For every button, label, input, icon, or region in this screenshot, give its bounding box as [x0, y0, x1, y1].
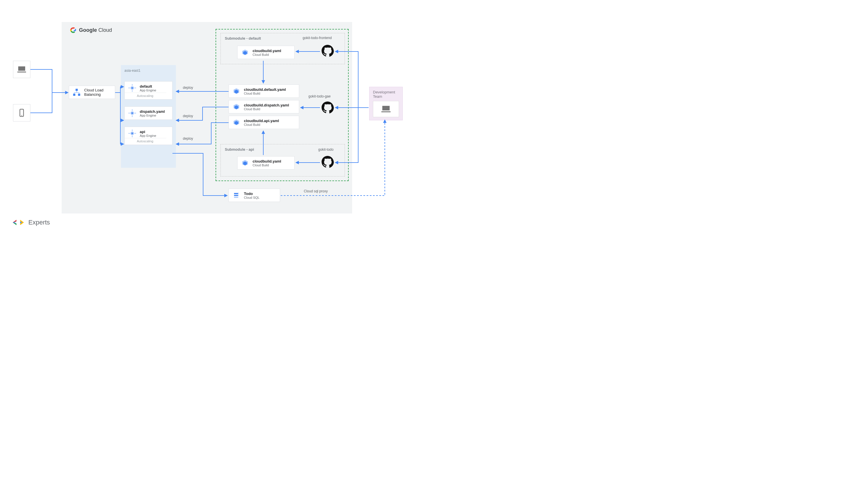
build-dispatch-title: cloudbuild.dispatch.yaml — [244, 103, 289, 107]
github-frontend-icon — [321, 44, 334, 58]
sub-default-build: cloudbuild.yaml Cloud Build — [237, 46, 294, 59]
service-api: api App Engine Autoscaling — [124, 127, 173, 145]
svc-default-sub: App Engine — [140, 89, 169, 92]
sub-default-build-title: cloudbuild.yaml — [253, 48, 281, 53]
cloud-sql-icon — [232, 192, 240, 199]
edge-deploy-1: deploy — [183, 86, 193, 90]
cloud-sql: Todo Cloud SQL — [228, 189, 280, 202]
load-balancer-icon — [72, 88, 81, 97]
devteam-sub: Team — [373, 94, 399, 99]
experts-icon — [13, 219, 26, 226]
github-backend-icon — [321, 156, 334, 169]
laptop-icon — [380, 103, 392, 115]
sub-api-build-sub: Cloud Build — [253, 163, 281, 167]
edge-deploy-2: deploy — [183, 114, 193, 118]
app-engine-icon — [128, 109, 136, 117]
region-asia-east1: asia-east1 default App Engine Autoscalin… — [121, 65, 176, 168]
service-dispatch: dispatch.yaml App Engine — [124, 106, 173, 120]
edge-sqlproxy: Cloud sql proxy — [304, 189, 328, 193]
lb-title: Cloud Load — [84, 88, 103, 92]
cloud-build-icon — [232, 119, 240, 126]
cloud-load-balancer: Cloud Load Balancing — [69, 86, 115, 99]
lb-sub: Balancing — [84, 92, 103, 97]
build-default-title: cloudbuild.default.yaml — [244, 87, 286, 92]
repo-frontend-label: gokit-todo-frontend — [303, 36, 332, 40]
app-engine-icon — [128, 129, 136, 137]
cloudsql-title: Todo — [244, 192, 259, 196]
svc-api-title: api — [140, 130, 169, 134]
svc-default-autoscale: Autoscaling — [125, 93, 166, 97]
cloud-build-icon — [232, 103, 240, 110]
cloud-build-icon — [241, 48, 249, 56]
svc-api-autoscale: Autoscaling — [125, 138, 166, 143]
google-cloud-icon — [70, 27, 77, 34]
cloud-build-icon — [232, 87, 240, 95]
repo-backend-label: gokit-todo — [318, 148, 334, 152]
repo-gae-label: gokit-todo-gae — [308, 94, 331, 98]
build-dispatch: cloudbuild.dispatch.yaml Cloud Build — [228, 100, 299, 113]
build-api: cloudbuild.api.yaml Cloud Build — [228, 116, 299, 129]
edge-deploy-3: deploy — [183, 136, 193, 140]
app-engine-icon — [128, 84, 136, 92]
service-default: default App Engine Autoscaling — [124, 81, 173, 99]
sub-api-build: cloudbuild.yaml Cloud Build — [237, 156, 294, 169]
mobile-icon — [18, 108, 26, 117]
cloud-build-icon — [241, 159, 249, 167]
svc-default-title: default — [140, 84, 169, 89]
svc-api-sub: App Engine — [140, 134, 169, 137]
svc-dispatch-title: dispatch.yaml — [140, 109, 165, 114]
svc-dispatch-sub: App Engine — [140, 114, 165, 117]
client-laptop — [13, 61, 30, 78]
google-cloud-logo: Google Cloud — [70, 27, 112, 34]
cloudsql-sub: Cloud SQL — [244, 196, 259, 199]
build-default-sub: Cloud Build — [244, 92, 286, 95]
brand-light: Cloud — [98, 27, 112, 33]
client-mobile — [13, 104, 30, 122]
experts-footer: Experts — [13, 219, 50, 226]
sub-api-build-title: cloudbuild.yaml — [253, 159, 281, 163]
region-label: asia-east1 — [124, 69, 173, 73]
experts-label: Experts — [28, 219, 50, 226]
build-default: cloudbuild.default.yaml Cloud Build — [228, 85, 299, 98]
build-api-title: cloudbuild.api.yaml — [244, 119, 279, 123]
build-api-sub: Cloud Build — [244, 123, 279, 126]
laptop-icon — [17, 64, 27, 75]
development-team: Development Team — [369, 87, 403, 120]
github-gae-icon — [321, 101, 334, 115]
sub-default-build-sub: Cloud Build — [253, 53, 281, 56]
brand-strong: Google — [79, 27, 97, 33]
devteam-label: Development — [373, 90, 399, 94]
build-dispatch-sub: Cloud Build — [244, 107, 289, 111]
